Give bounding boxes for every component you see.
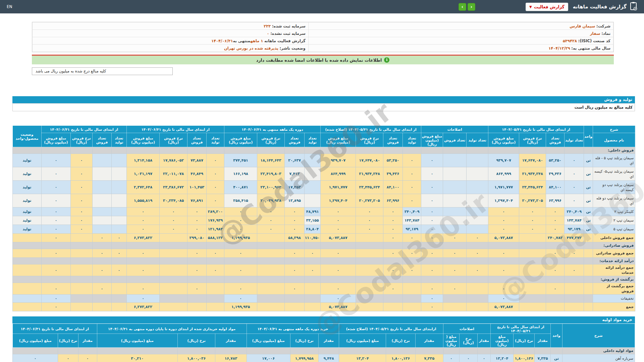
- table-cell: ۹۳۹,۷۰۷: [321, 154, 356, 167]
- prev-report-button[interactable]: ‹: [468, 3, 475, 11]
- table-cell: ۱,۷۹۹,۹۵۸: [290, 354, 318, 362]
- table-cell: ۰: [488, 283, 519, 295]
- table-cell: ۰: [421, 216, 443, 225]
- table-cell: ۰: [207, 154, 224, 167]
- table-cell: ۰: [321, 249, 356, 258]
- table-cell: [383, 147, 403, 154]
- column-header: نرخ (ریال): [290, 334, 318, 348]
- section-header-raw-materials: خرید مواد اولیه: [12, 316, 635, 323]
- table-cell: [356, 295, 383, 303]
- table-cell: ۰: [443, 249, 467, 258]
- table-cell: [93, 295, 112, 303]
- table-cell: تولید: [13, 225, 42, 234]
- table-cell: ۱,۹۷۱,۷۷۷: [488, 181, 519, 194]
- table-row: جمع برگشت از فروش۰۰۰۰۰۰۰۰۰۰۰۰: [13, 283, 635, 295]
- table-cell: ۰: [421, 225, 443, 234]
- info-row: سال مالی منتهی به: ۱۴۰۴/۱۲/۲۹وضعیت ناشر:…: [33, 45, 613, 52]
- table-cell: ۰: [488, 264, 519, 276]
- table-cell: ۰: [285, 249, 305, 258]
- table-cell: ۱۳,۲۰۴: [491, 354, 514, 362]
- table-cell: [305, 303, 321, 311]
- table-cell: ۰: [488, 207, 519, 216]
- table-cell: ۷,۳۳۵: [415, 354, 443, 362]
- table-cell: ۰: [71, 225, 93, 234]
- info-cell: نماد: سفار: [308, 30, 613, 37]
- column-group-header: شرح: [562, 324, 635, 348]
- table-cell: [71, 264, 93, 276]
- unit-cell: تن: [584, 167, 593, 181]
- column-group-header: از ابتدای سال مالی تا تاریخ ۱۴۰۳/۰۶/۳۱: [13, 324, 97, 334]
- table-cell: ۱۰۱,۴۵۳: [187, 181, 207, 194]
- unit-cell: تن: [584, 181, 593, 194]
- table-cell: [93, 242, 112, 249]
- table-cell: ۰: [160, 216, 187, 225]
- table-cell: ۰: [383, 207, 403, 216]
- table-cell: [187, 242, 207, 249]
- column-header: نرخ فروش (ریال): [160, 133, 187, 147]
- table-cell: ۰: [42, 207, 71, 216]
- table-cell: [403, 303, 421, 311]
- table-cell: ۱۲۱,۹۸۳: [207, 225, 224, 234]
- table-cell: [305, 181, 321, 194]
- table-cell: [443, 181, 467, 194]
- table-cell: [478, 348, 491, 354]
- row-label: درآمد ارائه خدمات:: [593, 258, 635, 264]
- table-cell: ۰: [13, 354, 58, 362]
- table-cell: ۰: [285, 283, 305, 295]
- table-cell: ۰: [467, 264, 488, 276]
- table-cell: [13, 295, 42, 303]
- table-cell: [535, 348, 551, 354]
- table-cell: ۷۶,۸۹۱: [187, 194, 207, 207]
- table-cell: [321, 242, 356, 249]
- table-cell: ۶۳,۹۹۶: [383, 194, 403, 207]
- table-cell: [224, 276, 257, 283]
- table-cell: تولید: [13, 194, 42, 207]
- table-cell: ۰: [160, 207, 187, 216]
- table-cell: [305, 276, 321, 283]
- next-report-button[interactable]: ›: [459, 3, 466, 11]
- table-cell: [127, 147, 160, 154]
- table-cell: ۰: [93, 249, 112, 258]
- column-header: مبلغ (میلیون ریال): [339, 334, 386, 348]
- table-cell: ۰: [546, 249, 565, 258]
- table-cell: ۰: [187, 249, 207, 258]
- column-header: مبلغ (میلیون ریال): [97, 334, 178, 348]
- table-cell: ۵۸,۲۹۸: [285, 234, 305, 242]
- table-cell: ۱۶۶,۱۹۸: [224, 167, 257, 181]
- table-cell: [356, 234, 383, 242]
- column-header: تعداد تولید: [565, 133, 584, 147]
- language-toggle[interactable]: EN: [7, 4, 12, 9]
- column-header: مبلغ (میلیون ریال): [13, 334, 58, 348]
- table-cell: [383, 303, 403, 311]
- section-header-production-sales: تولید و فروش: [12, 96, 635, 103]
- report-type-dropdown[interactable]: گزارش فعالیت ▼: [526, 3, 568, 11]
- table-cell: ۲۹۹,۰۸۰: [187, 234, 207, 242]
- table-cell: [467, 276, 488, 283]
- table-cell: [160, 264, 187, 276]
- table-cell: [546, 147, 565, 154]
- table-cell: ۶,۲۷۳,۸۲۲: [127, 234, 160, 242]
- table-cell: ۰: [207, 194, 224, 207]
- table-cell: ۵۸۸,۱۲۲: [207, 234, 224, 242]
- table-cell: ۰: [321, 225, 356, 234]
- table-cell: [403, 242, 421, 249]
- table-cell: ۱,۹۷۱,۷۷۷: [321, 181, 356, 194]
- table-cell: [187, 276, 207, 283]
- table-cell: ۰: [42, 154, 71, 167]
- info-row: کد صنعت (ISIC): ۵۳۹۴۲۸گزارش فعالیت ماهان…: [33, 37, 613, 45]
- table-cell: ۲۰,۲۷۳,۲۰۵: [519, 194, 546, 207]
- table-cell: [285, 303, 305, 311]
- table-cell: [403, 283, 421, 295]
- table-row: فروش صادراتی:: [13, 242, 635, 249]
- table-cell: [356, 147, 383, 154]
- info-cell: سال مالی منتهی به: ۱۴۰۴/۱۲/۲۹: [308, 45, 613, 52]
- table-cell: ۵,۰۷۳,۸۸۷: [488, 303, 519, 311]
- column-header: تعداد تولید: [403, 133, 421, 147]
- table-cell: ۰: [224, 207, 257, 216]
- column-header: تعداد تولید: [112, 133, 127, 147]
- table-cell: ۸۶۴,۹۹۹: [488, 167, 519, 181]
- table-cell: ۴۸,۷۹۱: [305, 207, 321, 216]
- table-cell: [565, 283, 584, 295]
- table-cell: ۲۳,۳۸۶,۶۷۲: [160, 181, 187, 194]
- column-header: تعداد فروش: [383, 133, 403, 147]
